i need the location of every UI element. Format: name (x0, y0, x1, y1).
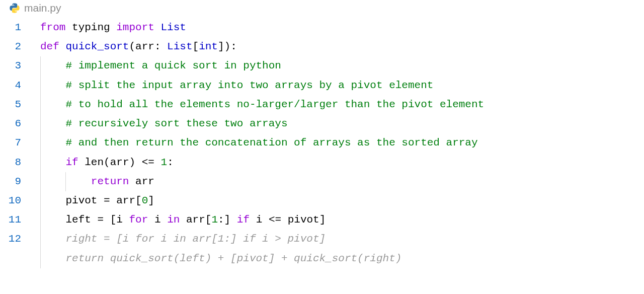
kw-token: for (129, 214, 148, 226)
sp-token (110, 195, 117, 206)
sp-token (104, 214, 110, 226)
kw-token: from (40, 22, 65, 33)
op-token: = (97, 214, 104, 226)
kw-token: in (167, 214, 180, 226)
line-content[interactable]: def quick_sort(arr: List[int]): (31, 37, 237, 56)
sp-token (230, 214, 237, 226)
indent-guide (40, 153, 41, 172)
comment-token: # to hold all the elements no-larger/lar… (65, 99, 484, 110)
code-line[interactable]: 11 left = [i for i in arr[1:] if i <= pi… (0, 210, 644, 230)
ghost-suggestion-line[interactable]: 12 right = [i for i in arr[1:] if i > pi… (0, 230, 644, 249)
line-content[interactable]: left = [i for i in arr[1:] if i <= pivot… (31, 210, 326, 230)
indent-guide (40, 95, 41, 114)
indent-space (40, 233, 65, 245)
punct-token: ] (148, 195, 154, 206)
sp-token (281, 214, 288, 226)
line-number: 5 (0, 95, 31, 114)
num-token: 1 (161, 157, 168, 168)
op-token: <= (269, 214, 281, 226)
line-number: 3 (0, 56, 31, 76)
line-number: 1 (0, 18, 31, 37)
id-token: i (256, 214, 263, 226)
code-line[interactable]: 6 # recursively sort these two arrays (0, 114, 644, 133)
line-content[interactable]: return arr (31, 172, 154, 191)
indent-space (40, 137, 65, 149)
id-token: len (85, 157, 104, 168)
builtin-token: List (167, 41, 192, 52)
indent-guide (40, 172, 41, 191)
line-content[interactable]: if len(arr) <= 1: (31, 153, 174, 172)
line-content[interactable]: # to hold all the elements no-larger/lar… (31, 95, 484, 114)
line-number: 8 (0, 153, 31, 172)
code-line[interactable]: 8 if len(arr) <= 1: (0, 153, 644, 172)
indent-guide (40, 114, 41, 133)
indent-guide (40, 191, 41, 210)
indent-space (40, 80, 65, 91)
line-content[interactable]: # and then return the concatenation of a… (31, 133, 478, 153)
line-number: 9 (0, 172, 31, 191)
code-line[interactable]: 10 pivot = arr[0] (0, 191, 644, 210)
comment-token: # split the input array into two arrays … (65, 80, 433, 91)
indent-space (40, 157, 65, 168)
id-token: left (65, 214, 91, 226)
punct-token: [ (135, 195, 142, 206)
line-content[interactable]: right = [i for i in arr[1:] if i > pivot… (31, 230, 326, 249)
id-token: i (116, 214, 123, 226)
code-line[interactable]: 9 return arr (0, 172, 644, 191)
line-number: 7 (0, 133, 31, 153)
sp-token (59, 41, 66, 52)
ghost-token: right = [i for i in arr[1:] if i > pivot… (65, 233, 326, 245)
indent-space (40, 118, 65, 129)
punct-token: ] (319, 214, 326, 226)
code-line[interactable]: 7 # and then return the concatenation of… (0, 133, 644, 153)
line-content[interactable]: # split the input array into two arrays … (31, 76, 433, 95)
ghost-suggestion-line[interactable]: return quick_sort(left) + [pivot] + quic… (0, 249, 644, 268)
punct-token: ) (224, 41, 231, 52)
sp-token (154, 157, 161, 168)
builtin-token: List (161, 22, 186, 33)
code-editor[interactable]: main.py 1from typing import List2def qui… (0, 0, 644, 294)
code-area[interactable]: 1from typing import List2def quick_sort(… (0, 18, 644, 268)
line-number: 11 (0, 210, 31, 230)
code-line[interactable]: 3 # implement a quick sort in python (0, 56, 644, 76)
indent-guide (40, 56, 41, 76)
id-token: arr (135, 176, 154, 187)
sp-token (78, 157, 85, 168)
line-content[interactable]: pivot = arr[0] (31, 191, 154, 210)
sp-token (65, 22, 72, 33)
line-content[interactable]: from typing import List (31, 18, 186, 37)
code-line[interactable]: 5 # to hold all the elements no-larger/l… (0, 95, 644, 114)
id-token: pivot (288, 214, 319, 226)
punct-token: ( (104, 157, 110, 168)
sp-token (160, 41, 167, 52)
code-line[interactable]: 2def quick_sort(arr: List[int]): (0, 37, 644, 56)
num-token: 1 (211, 214, 218, 226)
punct-token: ) (129, 157, 135, 168)
id-token: arr (135, 41, 154, 52)
punct-token: [ (193, 41, 199, 52)
indent-space (40, 214, 65, 226)
tab-filename[interactable]: main.py (24, 2, 61, 14)
id-token: arr (110, 157, 129, 168)
sp-token (148, 214, 154, 226)
kw-token: if (65, 157, 78, 168)
line-content[interactable]: # implement a quick sort in python (31, 56, 281, 76)
indent-guide (40, 230, 41, 249)
indent-space (40, 195, 65, 206)
code-line[interactable]: 1from typing import List (0, 18, 644, 37)
sp-token (161, 214, 168, 226)
line-number: 6 (0, 114, 31, 133)
line-content[interactable]: # recursively sort these two arrays (31, 114, 288, 133)
sp-token (135, 157, 142, 168)
indent-guide (65, 172, 66, 191)
sp-token (123, 214, 129, 226)
code-line[interactable]: 4 # split the input array into two array… (0, 76, 644, 95)
punct-token: : (154, 41, 161, 52)
sp-token (97, 195, 104, 206)
punct-token: ] (224, 214, 231, 226)
num-token: 0 (142, 195, 148, 206)
comment-token: # recursively sort these two arrays (65, 118, 287, 129)
sp-token (154, 22, 161, 33)
line-content[interactable]: return quick_sort(left) + [pivot] + quic… (31, 249, 401, 268)
id-token: pivot (65, 195, 97, 206)
